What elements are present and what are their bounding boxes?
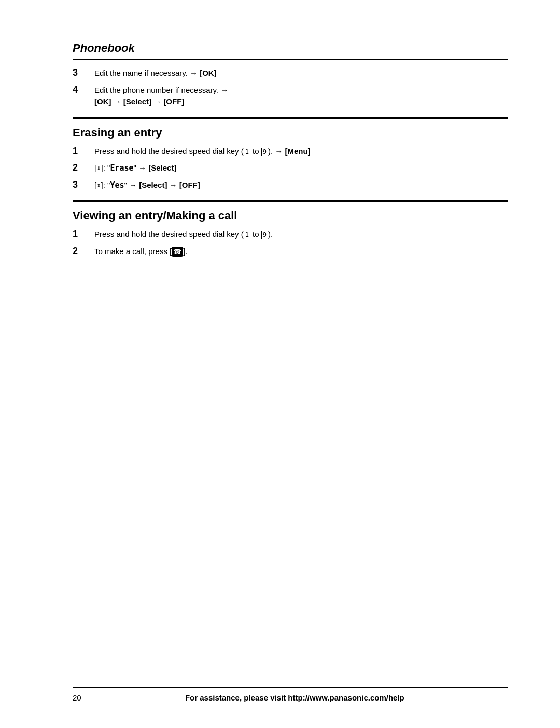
phonebook-section: Phonebook 3 Edit the name if necessary. … bbox=[73, 41, 508, 108]
erasing-section: Erasing an entry 1 Press and hold the de… bbox=[73, 126, 508, 191]
erasing-step-number-2: 2 bbox=[73, 162, 94, 173]
phonebook-step-3: 3 Edit the name if necessary. → [OK] bbox=[73, 67, 508, 79]
step-content-4: Edit the phone number if necessary. → [O… bbox=[94, 85, 228, 108]
step-content-3: Edit the name if necessary. → [OK] bbox=[94, 67, 217, 79]
erasing-heading: Erasing an entry bbox=[73, 126, 508, 139]
phonebook-step-4: 4 Edit the phone number if necessary. → … bbox=[73, 85, 508, 108]
viewing-step-number-1: 1 bbox=[73, 229, 94, 240]
call-icon: ☎ bbox=[172, 247, 183, 257]
viewing-steps: 1 Press and hold the desired speed dial … bbox=[73, 229, 508, 257]
phonebook-divider bbox=[73, 59, 508, 60]
viewing-heading: Viewing an entry/Making a call bbox=[73, 209, 508, 222]
erasing-step-content-2: [⬍]: "Erase" → [Select] bbox=[94, 162, 176, 174]
page-number: 20 bbox=[73, 693, 81, 702]
footer-divider bbox=[73, 687, 508, 688]
viewing-step-2: 2 To make a call, press [☎]. bbox=[73, 246, 508, 258]
step-number-4: 4 bbox=[73, 85, 94, 95]
step-number-3: 3 bbox=[73, 67, 94, 78]
erasing-step-content-3: [⬍]: "Yes" → [Select] → [OFF] bbox=[94, 179, 200, 191]
phonebook-title: Phonebook bbox=[73, 41, 508, 55]
viewing-section-divider bbox=[73, 200, 508, 202]
erasing-step-1: 1 Press and hold the desired speed dial … bbox=[73, 146, 508, 158]
key-1: 1 bbox=[244, 148, 250, 156]
nav-symbol-3: ⬍ bbox=[96, 181, 101, 189]
erasing-step-3: 3 [⬍]: "Yes" → [Select] → [OFF] bbox=[73, 179, 508, 191]
erasing-section-divider bbox=[73, 117, 508, 119]
phonebook-steps: 3 Edit the name if necessary. → [OK] 4 E… bbox=[73, 67, 508, 108]
erasing-step-number-1: 1 bbox=[73, 146, 94, 157]
erasing-step-number-3: 3 bbox=[73, 179, 94, 190]
viewing-step-content-1: Press and hold the desired speed dial ke… bbox=[94, 229, 273, 241]
viewing-step-content-2: To make a call, press [☎]. bbox=[94, 246, 188, 258]
erasing-step-content-1: Press and hold the desired speed dial ke… bbox=[94, 146, 311, 158]
key-9: 9 bbox=[261, 148, 268, 156]
footer-assistance-text: For assistance, please visit http://www.… bbox=[81, 693, 508, 702]
erasing-step-2: 2 [⬍]: "Erase" → [Select] bbox=[73, 162, 508, 174]
footer: 20 For assistance, please visit http://w… bbox=[73, 687, 508, 702]
viewing-step-number-2: 2 bbox=[73, 246, 94, 257]
view-key-9: 9 bbox=[261, 231, 268, 239]
view-key-1: 1 bbox=[244, 231, 250, 239]
viewing-section: Viewing an entry/Making a call 1 Press a… bbox=[73, 209, 508, 257]
viewing-step-1: 1 Press and hold the desired speed dial … bbox=[73, 229, 508, 241]
page-container: Phonebook 3 Edit the name if necessary. … bbox=[0, 0, 560, 728]
erasing-steps: 1 Press and hold the desired speed dial … bbox=[73, 146, 508, 191]
nav-symbol-2: ⬍ bbox=[96, 164, 101, 172]
